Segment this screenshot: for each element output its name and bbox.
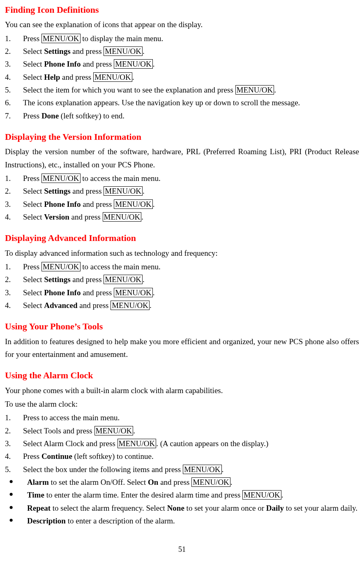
steps-list: Press to access the main menu. Select To… [5, 411, 359, 476]
bullet-item: Description to enter a description of th… [5, 514, 359, 527]
heading-alarm-clock: Using the Alarm Clock [5, 368, 359, 383]
intro-text: In addition to features designed to help… [5, 335, 359, 361]
heading-version-info: Displaying the Version Information [5, 130, 359, 144]
step: Select Phone Info and press MENU/OK. [5, 58, 359, 70]
step: Select Phone Info and press MENU/OK. [5, 198, 359, 211]
step: Select Version and press MENU/OK. [5, 211, 359, 223]
bullet-item: Alarm to set the alarm On/Off. Select On… [5, 476, 359, 488]
heading-phone-tools: Using Your Phone’s Tools [5, 319, 359, 334]
step: Select Phone Info and press MENU/OK. [5, 286, 359, 299]
key-menuok: MENU/OK [114, 59, 153, 69]
key-menuok: MENU/OK [191, 477, 230, 487]
step: Press Continue (left softkey) to continu… [5, 450, 359, 463]
step: Select Settings and press MENU/OK. [5, 185, 359, 197]
step: Select Help and press MENU/OK. [5, 71, 359, 83]
key-menuok: MENU/OK [104, 46, 143, 56]
step: Press to access the main menu. [5, 411, 359, 424]
bullet-item: Repeat to select the alarm frequency. Se… [5, 502, 359, 514]
key-menuok: MENU/OK [114, 199, 153, 209]
key-menuok: MENU/OK [183, 465, 222, 474]
step: Select Settings and press MENU/OK. [5, 45, 359, 58]
steps-list: Press MENU/OK to access the main menu. S… [5, 172, 359, 223]
heading-finding-icon-definitions: Finding Icon Definitions [5, 2, 359, 17]
key-menuok: MENU/OK [235, 85, 274, 95]
heading-advanced-info: Displaying Advanced Information [5, 231, 359, 245]
bullet-list: Alarm to set the alarm On/Off. Select On… [5, 476, 359, 527]
step: Select Tools and press MENU/OK. [5, 424, 359, 437]
key-menuok: MENU/OK [114, 288, 153, 297]
step: Select Settings and press MENU/OK. [5, 273, 359, 286]
key-menuok: MENU/OK [94, 426, 134, 435]
key-menuok: MENU/OK [41, 262, 81, 271]
key-menuok: MENU/OK [242, 490, 281, 500]
step: Press MENU/OK to access the main menu. [5, 260, 359, 273]
step: Select the item for which you want to se… [5, 83, 359, 96]
step: Select the box under the following items… [5, 463, 359, 476]
page-number: 51 [5, 544, 359, 556]
intro-text: Your phone comes with a built-in alarm c… [5, 384, 359, 397]
key-menuok: MENU/OK [103, 212, 142, 222]
key-menuok: MENU/OK [93, 72, 132, 82]
intro-text: You can see the explanation of icons tha… [5, 18, 359, 31]
steps-list: Press MENU/OK to display the main menu. … [5, 32, 359, 122]
key-menuok: MENU/OK [111, 301, 150, 310]
bullet-item: Time to enter the alarm time. Enter the … [5, 488, 359, 501]
key-menuok: MENU/OK [41, 34, 81, 43]
intro-text: To use the alarm clock: [5, 398, 359, 410]
step: Press MENU/OK to display the main menu. [5, 32, 359, 45]
key-menuok: MENU/OK [41, 174, 81, 183]
intro-text: To display advanced information such as … [5, 247, 359, 259]
key-menuok: MENU/OK [117, 439, 157, 448]
step: Press MENU/OK to access the main menu. [5, 172, 359, 185]
key-menuok: MENU/OK [104, 186, 143, 196]
key-menuok: MENU/OK [104, 275, 143, 284]
step: Select Advanced and press MENU/OK. [5, 299, 359, 312]
step: Select Alarm Clock and press MENU/OK. (A… [5, 437, 359, 450]
steps-list: Press MENU/OK to access the main menu. S… [5, 260, 359, 312]
intro-text: Display the version number of the softwa… [5, 145, 359, 171]
step: Press Done (left softkey) to end. [5, 109, 359, 122]
step: The icons explanation appears. Use the n… [5, 96, 359, 109]
